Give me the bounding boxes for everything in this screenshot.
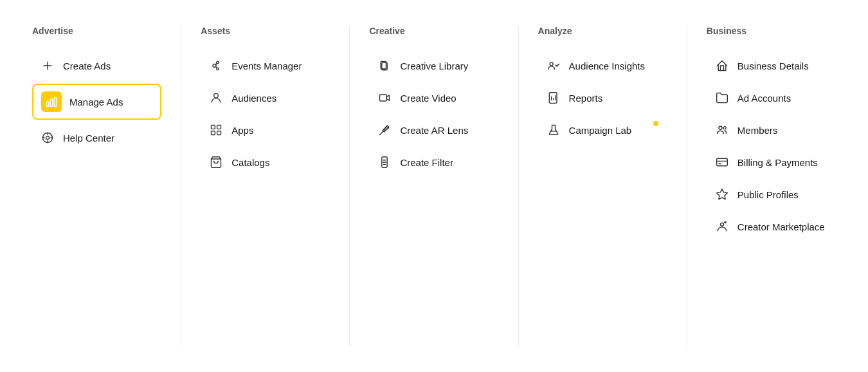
menu-item-label-audiences: Audiences: [231, 93, 276, 104]
menu-item-manage-ads[interactable]: Manage Ads: [32, 84, 161, 120]
menu-item-label-public-profiles: Public Profiles: [737, 189, 799, 200]
menu-item-reports[interactable]: Reports: [538, 84, 667, 112]
menu-item-ad-accounts[interactable]: Ad Accounts: [707, 84, 836, 112]
icon-folder: [714, 90, 730, 106]
svg-rect-3: [50, 99, 52, 107]
menu-item-label-catalogs: Catalogs: [231, 157, 269, 168]
menu-item-help-center[interactable]: Help Center: [32, 124, 161, 152]
column-assets: AssetsEvents ManagerAudiencesAppsCatalog…: [181, 26, 350, 346]
icon-phone-filter: [377, 154, 392, 170]
column-business: BusinessBusiness DetailsAd AccountsMembe…: [687, 26, 855, 346]
menu-item-label-billing-payments: Billing & Payments: [737, 157, 818, 168]
icon-settings-circle: [40, 130, 55, 145]
menu-item-create-ar-lens[interactable]: Create AR Lens: [369, 116, 498, 144]
column-analyze: AnalyzeAudience InsightsReportsCampaign …: [519, 26, 687, 346]
icon-events: [208, 58, 224, 73]
column-advertise: AdvertiseCreate AdsManage AdsHelp Center: [13, 26, 181, 346]
menu-item-label-manage-ads: Manage Ads: [69, 97, 123, 107]
icon-flask: [546, 122, 561, 138]
menu-item-campaign-lab[interactable]: Campaign Lab: [538, 116, 667, 144]
svg-rect-39: [716, 158, 727, 166]
menu-item-events-manager[interactable]: Events Manager: [201, 51, 330, 80]
icon-credit-card: [714, 154, 730, 170]
menu-item-label-events-manager: Events Manager: [231, 60, 302, 71]
icon-cart: [208, 154, 224, 170]
icon-doc-chart: [546, 90, 561, 106]
svg-rect-24: [380, 95, 387, 101]
svg-rect-2: [47, 102, 49, 107]
menu-item-label-campaign-lab: Campaign Lab: [569, 125, 632, 136]
column-title-assets: Assets: [201, 26, 330, 36]
svg-point-37: [719, 126, 722, 129]
menu-item-label-audience-insights: Audience Insights: [569, 60, 645, 71]
svg-point-44: [724, 221, 726, 223]
column-title-business: Business: [707, 26, 836, 36]
svg-rect-19: [212, 131, 215, 135]
menu-item-label-creative-library: Creative Library: [400, 60, 468, 71]
svg-line-15: [216, 66, 217, 68]
menu-item-create-filter[interactable]: Create Filter: [369, 148, 498, 176]
menu-item-creator-marketplace[interactable]: Creator Marketplace: [707, 212, 836, 241]
svg-point-6: [46, 136, 50, 140]
menu-item-billing-payments[interactable]: Billing & Payments: [707, 148, 836, 176]
svg-line-14: [216, 63, 217, 65]
menu-item-label-ad-accounts: Ad Accounts: [737, 93, 791, 104]
icon-bar-chart: [41, 91, 62, 112]
column-title-creative: Creative: [369, 26, 498, 36]
svg-point-38: [723, 127, 726, 129]
menu-item-creative-library[interactable]: Creative Library: [369, 51, 498, 80]
icon-star: [714, 187, 730, 202]
menu-item-label-reports: Reports: [569, 93, 603, 104]
icon-wand: [377, 122, 392, 138]
svg-rect-4: [54, 97, 56, 106]
svg-rect-20: [217, 131, 221, 135]
menu-item-business-details[interactable]: Business Details: [707, 51, 836, 80]
icon-person-chart: [546, 58, 561, 73]
svg-marker-42: [716, 189, 727, 200]
svg-rect-18: [217, 126, 221, 129]
menu-item-label-help-center: Help Center: [63, 133, 114, 144]
menu-item-label-creator-marketplace: Creator Marketplace: [737, 221, 825, 232]
menu-item-label-create-video: Create Video: [400, 93, 456, 104]
menu-item-create-video[interactable]: Create Video: [369, 84, 498, 112]
icon-members: [714, 122, 730, 138]
icon-grid: [208, 122, 224, 138]
menu-item-label-create-filter: Create Filter: [400, 157, 453, 168]
menu-item-public-profiles[interactable]: Public Profiles: [707, 180, 836, 209]
menu-item-apps[interactable]: Apps: [201, 116, 330, 144]
menu-item-create-ads[interactable]: Create Ads: [32, 51, 161, 80]
menu-item-audiences[interactable]: Audiences: [201, 84, 330, 112]
icon-person: [208, 90, 224, 106]
icon-plus: [40, 58, 55, 73]
icon-layers: [377, 58, 392, 73]
menu-container: AdvertiseCreate AdsManage AdsHelp Center…: [0, 0, 868, 372]
svg-rect-17: [212, 126, 215, 129]
svg-point-31: [550, 62, 553, 66]
badge-dot: [653, 121, 658, 126]
menu-item-label-create-ar-lens: Create AR Lens: [400, 125, 468, 136]
svg-point-16: [214, 93, 219, 98]
column-creative: CreativeCreative LibraryCreate VideoCrea…: [350, 26, 518, 346]
svg-point-43: [720, 223, 723, 226]
icon-creator: [714, 219, 730, 234]
menu-item-label-create-ads: Create Ads: [63, 60, 111, 71]
icon-video: [377, 90, 392, 106]
menu-item-members[interactable]: Members: [707, 116, 836, 144]
menu-item-audience-insights[interactable]: Audience Insights: [538, 51, 667, 80]
menu-item-label-apps: Apps: [231, 125, 253, 136]
column-title-analyze: Analyze: [538, 26, 667, 36]
menu-item-label-members: Members: [737, 125, 778, 136]
icon-home: [714, 58, 730, 73]
column-title-advertise: Advertise: [32, 26, 161, 36]
menu-item-label-business-details: Business Details: [737, 60, 809, 71]
menu-item-catalogs[interactable]: Catalogs: [201, 148, 330, 176]
